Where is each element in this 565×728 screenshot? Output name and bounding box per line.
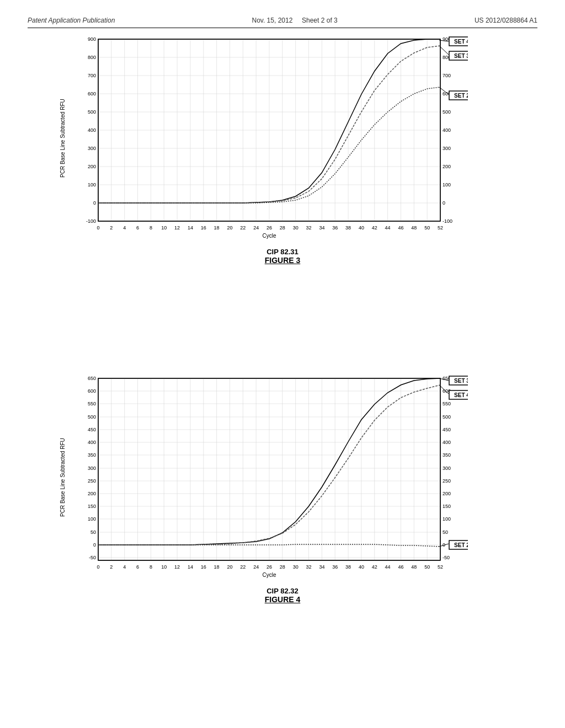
figure3-y-label: PCR Base Line Subtracted RFU: [56, 34, 68, 243]
svg-text:600: 600: [88, 91, 96, 97]
svg-text:2: 2: [110, 564, 113, 570]
svg-text:10: 10: [161, 225, 167, 231]
svg-text:200: 200: [443, 491, 451, 496]
svg-text:16: 16: [201, 564, 206, 570]
svg-text:46: 46: [398, 564, 403, 570]
svg-text:500: 500: [443, 414, 451, 420]
svg-text:42: 42: [372, 225, 377, 231]
svg-text:150: 150: [88, 504, 96, 509]
svg-text:42: 42: [372, 564, 377, 570]
figure3-caption: CIP 82.31 FIGURE 3: [265, 248, 301, 265]
svg-text:100: 100: [88, 182, 96, 188]
svg-text:38: 38: [345, 564, 351, 570]
svg-text:6: 6: [136, 564, 139, 570]
svg-text:4: 4: [123, 225, 126, 231]
svg-text:32: 32: [306, 564, 311, 570]
svg-text:10: 10: [161, 564, 167, 570]
svg-text:SET 3: SET 3: [454, 378, 468, 384]
svg-text:12: 12: [174, 564, 180, 570]
figure4-caption: CIP 82.32 FIGURE 4: [265, 587, 301, 604]
figure4-cip: CIP 82.32: [265, 587, 301, 595]
svg-text:350: 350: [88, 452, 96, 458]
svg-text:300: 300: [88, 146, 96, 151]
svg-text:48: 48: [411, 225, 417, 231]
figure4-name: FIGURE 4: [265, 595, 301, 604]
figure3-block: PCR Base Line Subtracted RFU: [28, 34, 537, 367]
figure4-y-label: PCR Base Line Subtracted RFU: [56, 373, 68, 582]
svg-text:-100: -100: [443, 218, 452, 224]
svg-text:550: 550: [88, 401, 96, 406]
svg-text:38: 38: [345, 225, 351, 231]
header-sheet: Sheet 2 of 3: [302, 17, 338, 24]
svg-text:28: 28: [280, 564, 285, 570]
svg-text:0: 0: [443, 200, 445, 206]
svg-text:14: 14: [188, 225, 193, 231]
svg-text:450: 450: [88, 427, 96, 432]
svg-text:24: 24: [253, 564, 259, 570]
svg-text:SET 4: SET 4: [454, 39, 468, 45]
svg-text:Cycle: Cycle: [262, 572, 276, 578]
svg-text:46: 46: [398, 225, 403, 231]
svg-text:200: 200: [443, 164, 451, 169]
svg-text:100: 100: [443, 516, 451, 522]
svg-text:16: 16: [201, 225, 206, 231]
svg-text:650: 650: [88, 376, 96, 381]
svg-text:8: 8: [150, 564, 152, 570]
svg-text:30: 30: [293, 564, 299, 570]
svg-text:0: 0: [97, 564, 99, 570]
svg-text:26: 26: [266, 564, 272, 570]
header-right: US 2012/0288864 A1: [475, 17, 537, 24]
svg-text:SET 4: SET 4: [454, 392, 468, 398]
svg-text:SET 2: SET 2: [454, 542, 468, 548]
svg-text:SET 3: SET 3: [454, 53, 468, 59]
svg-text:-50: -50: [89, 555, 96, 560]
svg-text:0: 0: [97, 225, 99, 231]
svg-text:6: 6: [136, 225, 139, 231]
svg-text:200: 200: [88, 164, 96, 169]
svg-text:50: 50: [90, 529, 96, 535]
svg-text:550: 550: [443, 401, 451, 406]
svg-text:-100: -100: [86, 218, 96, 224]
figure3-cip: CIP 82.31: [265, 248, 301, 256]
svg-text:-50: -50: [443, 555, 450, 560]
svg-text:52: 52: [438, 564, 443, 570]
svg-text:100: 100: [88, 516, 96, 522]
svg-text:400: 400: [88, 127, 96, 133]
svg-text:800: 800: [88, 55, 96, 60]
svg-text:2: 2: [110, 225, 113, 231]
svg-text:250: 250: [443, 478, 451, 484]
svg-text:0: 0: [93, 542, 96, 548]
svg-text:500: 500: [443, 109, 451, 115]
svg-text:400: 400: [443, 440, 451, 445]
svg-text:26: 26: [266, 225, 272, 231]
svg-text:300: 300: [443, 146, 451, 151]
page-header: Patent Application Publication Nov. 15, …: [28, 17, 537, 28]
svg-text:400: 400: [88, 440, 96, 445]
svg-text:20: 20: [227, 225, 232, 231]
svg-text:500: 500: [88, 109, 96, 115]
svg-text:30: 30: [293, 225, 299, 231]
svg-text:22: 22: [240, 225, 246, 231]
svg-text:300: 300: [88, 465, 96, 471]
svg-text:36: 36: [332, 564, 338, 570]
header-date: Nov. 15, 2012: [252, 17, 293, 24]
svg-text:500: 500: [88, 414, 96, 420]
figure4-chart: 650 600 550 500 450 400 350 300 250 200 …: [71, 373, 509, 582]
svg-text:44: 44: [385, 225, 391, 231]
svg-text:52: 52: [438, 225, 443, 231]
svg-text:350: 350: [443, 452, 451, 458]
svg-text:900: 900: [88, 36, 96, 42]
svg-text:0: 0: [93, 200, 96, 206]
svg-text:20: 20: [227, 564, 232, 570]
svg-text:400: 400: [443, 127, 451, 133]
svg-text:8: 8: [150, 225, 152, 231]
svg-text:150: 150: [443, 504, 451, 509]
svg-text:22: 22: [240, 564, 246, 570]
svg-text:34: 34: [319, 564, 324, 570]
svg-text:48: 48: [411, 564, 417, 570]
header-left: Patent Application Publication: [28, 17, 115, 24]
svg-text:SET 2: SET 2: [454, 93, 468, 99]
svg-text:18: 18: [214, 225, 220, 231]
svg-text:12: 12: [174, 225, 180, 231]
svg-text:40: 40: [359, 564, 364, 570]
